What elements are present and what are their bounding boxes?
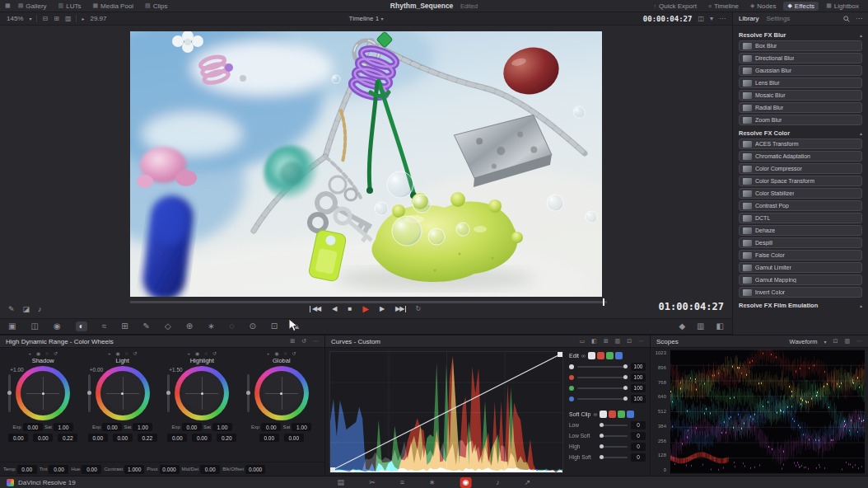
magic-mask-icon[interactable]: ∗ — [208, 322, 214, 331]
page-color-icon[interactable]: ◉ — [460, 477, 471, 488]
channel-slider[interactable] — [577, 366, 628, 368]
wheel-tool-icon[interactable]: ◉ — [275, 350, 279, 356]
power-window-icon[interactable]: ◇ — [165, 322, 171, 331]
wheel-tool-icon[interactable]: ↺ — [292, 350, 296, 356]
channel-value[interactable]: 100 — [631, 384, 646, 392]
field-value[interactable]: 0.00 — [261, 423, 281, 431]
slider-thumb[interactable] — [600, 423, 604, 427]
field-value[interactable]: 1.00 — [133, 423, 152, 431]
page-fairlight-icon[interactable]: ♪ — [496, 477, 500, 488]
curves-expand-icon[interactable]: ⊡ — [627, 338, 632, 345]
zoom-caret-icon[interactable]: ▾ — [29, 16, 31, 21]
split-screen-icon[interactable]: ▥ — [65, 15, 72, 22]
field-value[interactable]: 0.00 — [49, 465, 68, 474]
channel-value[interactable]: 100 — [631, 363, 646, 371]
fx-section-resolve-fx-film-emulation[interactable]: Resolve FX Film Emulation▴ — [739, 299, 862, 311]
coord-value[interactable]: 0.22 — [138, 434, 157, 442]
color-wheel[interactable] — [16, 366, 70, 420]
fx-item-box-blur[interactable]: Box Blur — [739, 40, 862, 51]
search-icon[interactable] — [843, 16, 850, 22]
field-value[interactable]: 0.000 — [245, 465, 265, 474]
wheel-tool-icon[interactable]: ○ — [284, 351, 287, 356]
transport-stop[interactable]: ■ — [348, 306, 351, 312]
fx-item-dehaze[interactable]: Dehaze — [739, 225, 862, 236]
wheel-tool-icon[interactable]: + — [188, 351, 191, 356]
curves-layout-icon[interactable]: ▥ — [615, 338, 621, 345]
coord-value[interactable]: 0.00 — [167, 434, 187, 442]
top-button-gallery[interactable]: ▤ Gallery — [14, 2, 51, 11]
camera-icon[interactable]: ◫ — [698, 15, 704, 22]
fx-item-lens-blur[interactable]: Lens Blur — [739, 77, 862, 88]
exposure-thumb[interactable] — [7, 391, 12, 395]
page-edit-icon[interactable]: ≡ — [400, 477, 404, 488]
timeline-scrubber[interactable] — [130, 301, 607, 303]
slider-thumb[interactable] — [600, 444, 604, 448]
softclip-value[interactable]: 0 — [631, 421, 646, 429]
edit-channel-y[interactable] — [588, 352, 595, 359]
source-timecode[interactable]: 00:00:04:27 — [643, 15, 693, 23]
top-button-nodes[interactable]: ◈ Nodes — [746, 2, 781, 11]
coord-value[interactable]: 0.00 — [33, 434, 53, 442]
field-value[interactable]: 0.00 — [23, 423, 43, 431]
channel-value[interactable]: 100 — [631, 373, 646, 382]
softclip-slider[interactable] — [600, 457, 628, 458]
curves-gang-icon[interactable]: ◧ — [591, 338, 597, 345]
transport-step-forward[interactable]: ▶ — [380, 306, 384, 312]
color-wheels-icon[interactable]: ◉ — [54, 322, 61, 331]
wheel-tool-icon[interactable]: ◉ — [195, 350, 199, 356]
color-warper-icon[interactable]: ⊞ — [121, 322, 128, 331]
wheel-center-dot[interactable] — [280, 392, 282, 395]
top-button-lightbox[interactable]: ▦ Lightbox — [822, 2, 863, 11]
edit-channel-b[interactable] — [615, 352, 623, 359]
slider-thumb[interactable] — [600, 434, 604, 438]
color-wheel[interactable] — [254, 366, 309, 420]
fx-item-invert-color[interactable]: Invert Color — [739, 287, 862, 298]
scopes-overflow-icon[interactable]: ⋯ — [856, 338, 862, 345]
field-value[interactable]: 1.000 — [124, 465, 144, 474]
fx-item-false-color[interactable]: False Color — [739, 250, 862, 260]
curves-presets-icon[interactable]: ▭ — [579, 338, 585, 345]
camera-raw-icon[interactable]: ▣ — [8, 322, 16, 331]
channel-slider[interactable] — [577, 387, 628, 389]
softclip-channel-b[interactable] — [627, 411, 634, 418]
coord-value[interactable]: 0.00 — [8, 434, 28, 442]
field-value[interactable]: 1.00 — [292, 423, 311, 431]
scopes-expand-icon[interactable]: ⊡ — [833, 338, 838, 345]
field-value[interactable]: 0.00 — [182, 423, 202, 431]
field-value[interactable]: 1.00 — [54, 423, 73, 431]
hdr-grid-icon[interactable]: ⊞ — [290, 338, 295, 345]
softclip-value[interactable]: 0 — [631, 453, 646, 462]
fx-item-color-space-transform[interactable]: Color Space Transform — [739, 176, 862, 186]
key-icon[interactable]: ⊙ — [249, 322, 255, 331]
hdr-overflow-icon[interactable]: ⋯ — [313, 338, 319, 345]
exposure-strip[interactable] — [8, 374, 11, 412]
softclip-channel-g[interactable] — [618, 411, 625, 418]
chevron-up-icon[interactable]: ▴ — [860, 130, 862, 136]
fx-section-resolve-fx-blur[interactable]: Resolve FX Blur▴ — [739, 29, 862, 40]
bypass-grades-icon[interactable]: ⊟ — [42, 15, 48, 22]
page-cut-icon[interactable]: ✂ — [369, 477, 376, 488]
softclip-channel-y[interactable] — [600, 411, 607, 418]
coord-value[interactable]: 0.00 — [113, 434, 133, 442]
hdr-grade-icon[interactable]: ◐ — [76, 321, 87, 331]
fx-item-zoom-blur[interactable]: Zoom Blur — [739, 115, 862, 125]
top-button-media-pool[interactable]: ▦ Media Pool — [88, 2, 138, 11]
page-fusion-icon[interactable]: ∗ — [429, 477, 436, 488]
field-value[interactable]: 0.000 — [160, 465, 180, 474]
wheel-tool-icon[interactable]: ○ — [125, 351, 128, 356]
qualifier-icon[interactable]: ✎ — [143, 322, 150, 331]
transport-jump-to-start[interactable]: ◀◀ — [312, 306, 320, 312]
coord-value[interactable]: 0.22 — [58, 434, 77, 442]
transport-loop[interactable]: ↻ — [415, 306, 420, 312]
wheel-tool-icon[interactable]: ◉ — [36, 350, 40, 356]
softclip-channel-r[interactable] — [609, 411, 616, 418]
tracker-icon[interactable]: ⊕ — [186, 322, 193, 331]
scope-mode-selector[interactable]: Waveform — [790, 338, 818, 345]
wheel-tool-icon[interactable]: ↺ — [133, 350, 137, 356]
curve-editor[interactable] — [329, 351, 563, 473]
coord-value[interactable]: 0.00 — [88, 434, 108, 442]
wheel-tool-icon[interactable]: + — [108, 351, 111, 356]
softclip-value[interactable]: 0 — [631, 443, 646, 451]
tab-library[interactable]: Library — [739, 15, 758, 22]
chevron-up-icon[interactable]: ▴ — [860, 32, 862, 38]
